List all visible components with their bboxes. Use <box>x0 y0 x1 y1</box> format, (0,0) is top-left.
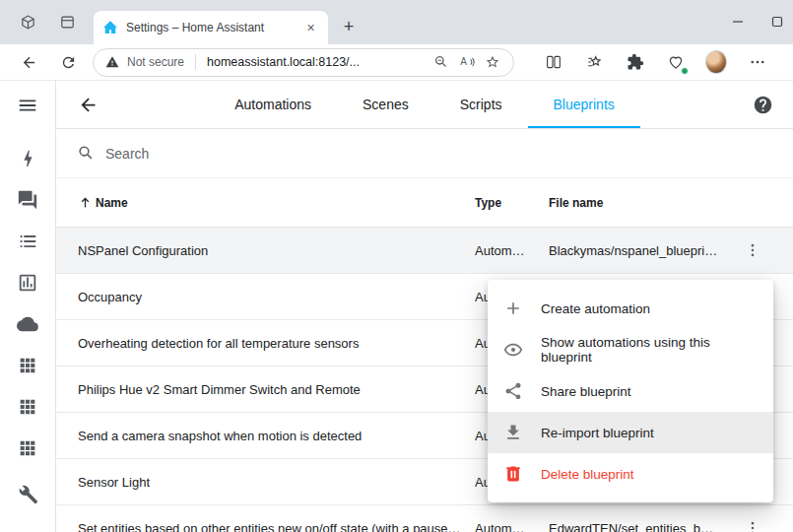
ha-sidebar <box>0 81 56 532</box>
browser-window: Settings – Home Assistant × + Not secure… <box>0 0 793 532</box>
home-assistant-favicon <box>102 20 118 35</box>
sort-ascending-icon <box>78 195 93 210</box>
row-name: Overheating detection for all temperatur… <box>78 336 475 351</box>
grid-icon-3[interactable] <box>16 436 39 460</box>
row-name: NSPanel Configuration <box>78 243 475 258</box>
read-aloud-icon[interactable]: A <box>458 53 476 71</box>
workspaces-icon[interactable] <box>18 12 37 32</box>
lightning-bolt-icon[interactable] <box>16 147 39 170</box>
row-type: Autom… <box>475 243 549 258</box>
address-divider <box>195 54 196 70</box>
tab-actions-icon[interactable] <box>57 12 77 32</box>
tab-blueprints[interactable]: Blueprints <box>528 81 640 128</box>
browser-tab[interactable]: Settings – Home Assistant × <box>94 11 328 44</box>
more-icon[interactable] <box>747 51 768 73</box>
cloud-icon[interactable] <box>16 312 39 336</box>
grid-icon-1[interactable] <box>16 354 39 377</box>
maximize-icon[interactable] <box>771 14 783 32</box>
row-file: EdwardTEN/set_entities_bas… <box>549 521 731 532</box>
column-header-name[interactable]: Name <box>78 195 475 210</box>
help-icon[interactable] <box>753 95 773 115</box>
browser-titlebar: Settings – Home Assistant × + <box>0 0 793 44</box>
delete-icon <box>502 463 524 485</box>
row-name: Philips Hue v2 Smart Dimmer Switch and R… <box>78 382 475 397</box>
performance-badge <box>681 67 689 75</box>
ha-back-icon[interactable] <box>76 93 99 116</box>
browser-essentials-icon[interactable] <box>665 51 687 73</box>
new-tab-icon[interactable]: + <box>339 18 359 37</box>
blueprint-context-menu: Create automation Show automations using… <box>488 280 773 502</box>
table-row[interactable]: NSPanel Configuration Autom… Blackymas/n… <box>56 228 793 274</box>
ha-tab-bar: Automations Scenes Scripts Blueprints <box>209 81 640 128</box>
menu-item-show-automations[interactable]: Show automations using this blueprint <box>488 329 773 370</box>
split-screen-icon[interactable] <box>543 51 564 73</box>
row-overflow-menu-icon[interactable] <box>736 233 769 267</box>
table-row[interactable]: Set entities based on other entities new… <box>56 505 793 532</box>
eye-icon <box>502 339 524 361</box>
plus-icon <box>502 298 524 319</box>
close-tab-icon[interactable]: × <box>302 20 319 36</box>
warning-icon <box>105 55 119 69</box>
minimize-icon[interactable] <box>732 14 744 32</box>
refresh-icon[interactable] <box>53 47 83 77</box>
wrench-icon[interactable] <box>16 483 39 506</box>
table-header: Name Type File name <box>56 178 793 228</box>
tab-title: Settings – Home Assistant <box>126 21 295 34</box>
favorites-icon[interactable] <box>584 51 606 73</box>
search-icon <box>77 144 96 163</box>
window-controls <box>732 0 783 44</box>
ha-header: Automations Scenes Scripts Blueprints <box>56 81 793 129</box>
grid-icon-2[interactable] <box>16 395 39 419</box>
menu-item-create-automation[interactable]: Create automation <box>488 288 773 329</box>
browser-navbar: Not secure homeassistant.local:8123/... … <box>0 44 793 81</box>
menu-item-share-blueprint[interactable]: Share blueprint <box>488 370 773 412</box>
column-header-file[interactable]: File name <box>549 196 731 210</box>
tab-automations[interactable]: Automations <box>209 81 337 128</box>
row-name: Send a camera snapshot when motion is de… <box>78 429 475 443</box>
row-name: Set entities based on other entities new… <box>78 521 475 532</box>
row-type: Autom… <box>475 521 549 532</box>
avatar[interactable] <box>705 51 727 73</box>
column-header-type[interactable]: Type <box>475 196 549 210</box>
favorite-star-icon[interactable] <box>484 53 501 71</box>
row-name: Sensor Light <box>78 475 475 490</box>
chat-icon[interactable] <box>16 188 39 212</box>
menu-item-reimport-blueprint[interactable]: Re-import blueprint <box>488 412 773 453</box>
extensions-icon[interactable] <box>625 51 646 73</box>
bar-chart-icon[interactable] <box>16 271 39 295</box>
tab-scenes[interactable]: Scenes <box>337 81 434 128</box>
row-overflow-menu-icon[interactable] <box>736 511 769 532</box>
search-row <box>56 129 793 178</box>
search-input[interactable] <box>105 146 772 162</box>
list-icon[interactable] <box>16 230 39 253</box>
menu-item-delete-blueprint[interactable]: Delete blueprint <box>488 453 773 495</box>
navbar-actions <box>524 51 787 73</box>
back-icon[interactable] <box>14 47 43 77</box>
url-text[interactable]: homeassistant.local:8123/... <box>207 55 425 69</box>
import-icon <box>502 422 524 443</box>
row-name: Occupancy <box>78 290 475 304</box>
hamburger-menu-icon[interactable] <box>0 81 55 129</box>
row-file: Blackymas/nspanel_blueprin… <box>549 243 731 258</box>
address-bar[interactable]: Not secure homeassistant.local:8123/... … <box>93 48 514 77</box>
share-icon <box>502 380 524 402</box>
tab-scripts[interactable]: Scripts <box>434 81 528 128</box>
svg-text:A: A <box>460 56 467 67</box>
zoom-out-icon[interactable] <box>432 53 450 71</box>
security-label[interactable]: Not secure <box>127 55 184 69</box>
